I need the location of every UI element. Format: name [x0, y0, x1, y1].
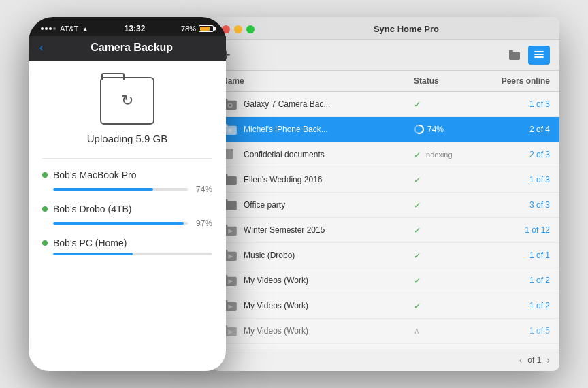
battery-icon [199, 25, 214, 32]
peer-percent: 97% [193, 219, 212, 228]
col-peers-header: Peers online [482, 76, 550, 86]
desktop-window: Sync Home Pro + [212, 17, 559, 371]
check-icon: ✓ [414, 250, 421, 261]
row-folder-name: Ellen's Wedding 2016 [244, 175, 414, 184]
row-status: ∧ [414, 326, 482, 336]
svg-rect-4 [534, 56, 544, 58]
row-status: ✓ [414, 250, 482, 261]
next-page-button[interactable]: › [546, 355, 550, 366]
table-row[interactable]: Winter Semester 2015 ✓ 1 of 12 [212, 218, 559, 243]
phone-status-left: AT&T ▲ [41, 25, 88, 33]
progress-circle-icon [414, 124, 425, 135]
row-peers: 1 of 1 [482, 250, 550, 260]
page-of-label: of 1 [527, 355, 541, 365]
col-name-header: Name [222, 76, 414, 86]
folder-upload-icon: ↻ [100, 77, 154, 125]
check-icon: ✓ [414, 301, 421, 311]
svg-rect-3 [534, 54, 544, 55]
table-header: Name Status Peers online [212, 71, 559, 92]
chevron-icon: ∧ [414, 326, 420, 336]
table-row[interactable]: Galaxy 7 Camera Bac... ✓ 1 of 3 [212, 92, 559, 117]
row-peers: 2 of 4 [482, 125, 550, 134]
peer-status-dot [42, 240, 48, 246]
row-folder-name: My Videos (Work) [244, 301, 414, 310]
battery-percent: 78% [181, 25, 196, 33]
peer-item-2: Bob's Drobo (4TB) 97% [42, 204, 212, 228]
svg-rect-2 [534, 51, 544, 52]
carrier-label: AT&T [60, 25, 78, 33]
grid-view-button[interactable] [528, 46, 550, 65]
peer-name: Bob's Drobo (4TB) [53, 204, 212, 214]
minimize-button[interactable] [234, 25, 242, 33]
peer-name: Bob's PC (Home) [53, 238, 212, 248]
phone-body: ↻ Uploading 5.9 GB Bob's MacBook Pro 74% [29, 61, 226, 371]
table-row[interactable]: Michel's iPhone Back... 74% 2 of 4 [212, 117, 559, 142]
row-peers: 1 of 3 [482, 99, 550, 109]
row-folder-name: Galaxy 7 Camera Bac... [244, 99, 414, 109]
phone-header: ‹ Camera Backup [29, 36, 226, 61]
row-folder-name: Michel's iPhone Back... [244, 125, 414, 134]
signal-icon [41, 27, 56, 30]
table-row[interactable]: My Videos (Work) ✓ 1 of 2 [212, 293, 559, 319]
row-status: ✓ Indexing [414, 150, 482, 160]
indexing-label: Indexing [424, 150, 453, 159]
toolbar-icons [504, 46, 550, 65]
window-title: Sync Home Pro [263, 24, 550, 34]
peer-progress-bar [53, 222, 188, 225]
row-folder-name: Winter Semester 2015 [244, 225, 414, 235]
check-icon: ✓ [414, 99, 421, 110]
wifi-icon: ▲ [82, 25, 88, 33]
row-folder-name: Office party [244, 200, 414, 210]
row-folder-name: My Videos (Work) [244, 326, 414, 336]
row-folder-name: My Videos (Work) [244, 276, 414, 285]
divider [42, 158, 212, 159]
table-row[interactable]: Music (Drobo) ✓ 1 of 1 [212, 243, 559, 268]
row-peers: 1 of 2 [482, 301, 550, 310]
table-row[interactable]: My Videos (Work) ∧ 1 of 5 [212, 319, 559, 344]
peer-status-dot [42, 206, 48, 212]
table-row[interactable]: Confidetial documents ✓ Indexing 2 of 3 [212, 142, 559, 167]
svg-rect-1 [509, 50, 513, 53]
check-icon: ✓ [414, 276, 421, 286]
svg-rect-16 [231, 149, 233, 151]
back-button[interactable]: ‹ [39, 42, 43, 54]
phone-time: 13:32 [125, 24, 146, 33]
peer-name: Bob's MacBook Pro [53, 169, 212, 180]
upload-status-text: Uploading 5.9 GB [87, 133, 167, 144]
row-peers: 1 of 3 [482, 175, 550, 184]
peer-item-3: Bob's PC (Home) [42, 238, 212, 255]
refresh-icon: ↻ [121, 92, 133, 110]
pagination: ‹ of 1 › [212, 349, 559, 371]
folder-icon [509, 50, 520, 60]
list-view-button[interactable] [504, 46, 525, 65]
prev-page-button[interactable]: ‹ [519, 355, 523, 366]
row-status: ✓ [414, 200, 482, 210]
row-status: ✓ [414, 99, 482, 110]
table-row[interactable]: My Videos (Work) ✓ 1 of 2 [212, 268, 559, 293]
svg-point-12 [229, 129, 231, 132]
table-row[interactable]: Office party ✓ 3 of 3 [212, 193, 559, 218]
row-status: ✓ [414, 175, 482, 185]
phone-status-bar: AT&T ▲ 13:32 78% [29, 17, 226, 36]
check-icon: ✓ [414, 150, 421, 160]
phone-device: AT&T ▲ 13:32 78% ‹ Camera Backup ↻ Uploa… [29, 17, 226, 371]
row-folder-name: Music (Drobo) [244, 250, 414, 260]
check-icon: ✓ [414, 175, 421, 185]
window-toolbar: + [212, 40, 559, 71]
row-peers: 2 of 3 [482, 150, 550, 159]
window-controls[interactable] [222, 25, 255, 33]
col-status-header: Status [414, 76, 482, 86]
row-status: 74% [414, 124, 482, 135]
table-body: Galaxy 7 Camera Bac... ✓ 1 of 3 Michel's… [212, 92, 559, 349]
row-status: ✓ [414, 276, 482, 286]
row-folder-name: Confidetial documents [244, 150, 414, 159]
window-titlebar: Sync Home Pro [212, 17, 559, 40]
table-row[interactable]: Ellen's Wedding 2016 ✓ 1 of 3 [212, 167, 559, 193]
phone-status-right: 78% [181, 25, 214, 33]
maximize-button[interactable] [246, 25, 255, 33]
phone-screen-title: Camera Backup [48, 42, 215, 54]
check-icon: ✓ [414, 225, 421, 236]
row-peers: 1 of 2 [482, 276, 550, 285]
progress-label: 74% [427, 125, 444, 134]
grid-icon [534, 51, 544, 59]
